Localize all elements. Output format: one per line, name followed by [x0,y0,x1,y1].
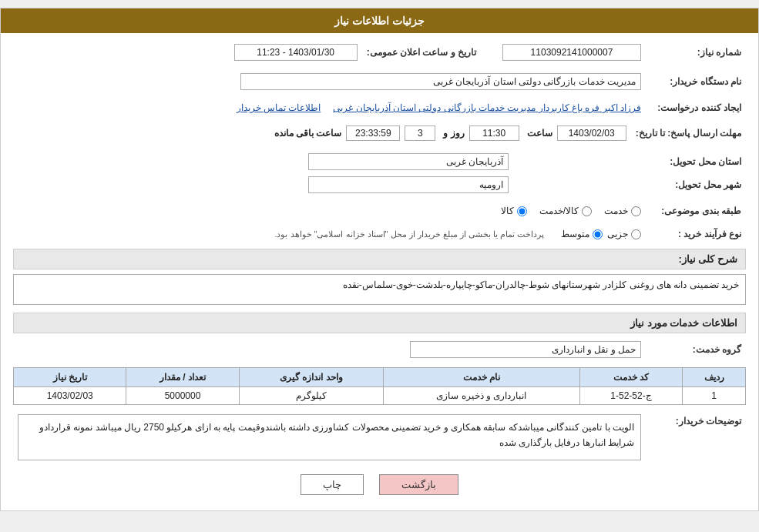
button-row: بازگشت چاپ [13,474,746,495]
table-cell-kod_khadamat: ج-52-52-1 [579,387,683,405]
page-title: جزئیات اطلاعات نیاز [1,8,758,33]
radio-kala[interactable]: کالا [501,206,527,216]
radio-jozi-input[interactable] [631,229,641,239]
roz-label: روز و [443,128,464,139]
tarikh-aelaan-value: 1403/01/30 - 11:23 [234,44,358,61]
radio-motavasset[interactable]: متوسط [561,229,603,239]
noe-farayand-note: پرداخت تمام یا بخشی از مبلغ خریدار از مح… [274,229,544,239]
tarikh-aelaan-label: تاریخ و ساعت اعلان عمومی: [362,41,492,64]
sharh-section-title: شرح کلی نیاز: [13,249,746,269]
bazgasht-button[interactable]: بازگشت [379,474,458,495]
col-tedad: تعداد / مقدار [126,368,239,387]
radio-kala-input[interactable] [517,206,527,216]
col-vahed: واحد اندازه گیری [239,368,383,387]
tozihat-label: توضیحات خریدار: [646,411,746,463]
shomare-niaz-label: شماره نیاز: [646,41,746,64]
ettelaat-khadamat-title: اطلاعات خدمات مورد نیاز [13,313,746,333]
roz-value: 3 [405,125,435,141]
chap-button[interactable]: چاپ [301,474,364,495]
shahr-label: شهر محل تحویل: [513,173,746,196]
col-nam: نام خدمت [384,368,580,387]
table-cell-radif: 1 [683,387,746,405]
noe-farayand-label: نوع فرآیند خرید : [646,226,746,243]
nam-dastgah-label: نام دستگاه خریدار: [646,70,746,93]
table-cell-vahed: کیلوگرم [239,387,383,405]
remain-label: ساعت باقی مانده [274,128,342,139]
radio-jozi[interactable]: جزیی [607,229,641,239]
radio-motavasset-input[interactable] [593,229,603,239]
mohlat-date: 1403/02/03 [557,125,626,141]
tabaqhebandi-label: طبقه بندی موضوعی: [646,202,746,219]
tozihat-value: الویت با تامین کنندگانی میباشدکه سابقه ه… [18,414,641,460]
col-radif: ردیف [683,368,746,387]
ijad-konande-label: ایجاد کننده درخواست: [646,99,746,116]
radio-kala-khadamat[interactable]: کالا/خدمت [539,206,592,216]
radio-kala-khadamat-label: کالا/خدمت [539,206,579,216]
shahr-value: ارومیه [308,176,509,193]
mohlat-ersal-label: مهلت ارسال پاسخ: تا تاریخ: [631,122,746,144]
remain-value: 23:33:59 [346,125,400,141]
table-cell-tedad: 5000000 [126,387,239,405]
sharh-value: خرید تضمینی دانه های روغنی کلزادر شهرستا… [13,274,746,305]
radio-khadamat-input[interactable] [631,206,641,216]
col-kod: کد خدمت [579,368,683,387]
services-table: ردیف کد خدمت نام خدمت واحد اندازه گیری ت… [13,367,746,405]
radio-khadamat-label: خدمت [604,206,628,216]
radio-motavasset-label: متوسط [561,229,589,239]
ostan-value: آذربایجان غربی [308,153,509,170]
table-cell-nam_khadamat: انبارداری و ذخیره سازی [384,387,580,405]
ijad-konande-value: فرزاد اکبر فره باغ کاربردار مدیریت خدمات… [333,102,641,113]
grohe-khadamat-value: حمل و نقل و انبارداری [410,341,641,358]
col-tarikh: تاریخ نیاز [14,368,126,387]
ostan-label: استان محل تحویل: [513,150,746,173]
shomare-niaz-value: 1103092141000007 [502,44,641,61]
radio-jozi-label: جزیی [607,229,628,239]
radio-kala-khadamat-input[interactable] [582,206,592,216]
ettelaat-tamas-link[interactable]: اطلاعات تماس خریدار [237,102,321,113]
saat-label: ساعت [527,128,552,139]
radio-khadamat[interactable]: خدمت [604,206,641,216]
mohlat-saat: 11:30 [469,125,519,141]
grohe-khadamat-label: گروه خدمت: [646,338,746,361]
nam-dastgah-value: مدیریت خدمات بازرگانی دولتی استان آذربای… [240,73,641,90]
radio-kala-label: کالا [501,206,514,216]
table-cell-tarikh: 1403/02/03 [14,387,126,405]
table-row: 1ج-52-52-1انبارداری و ذخیره سازیکیلوگرم5… [14,387,746,405]
